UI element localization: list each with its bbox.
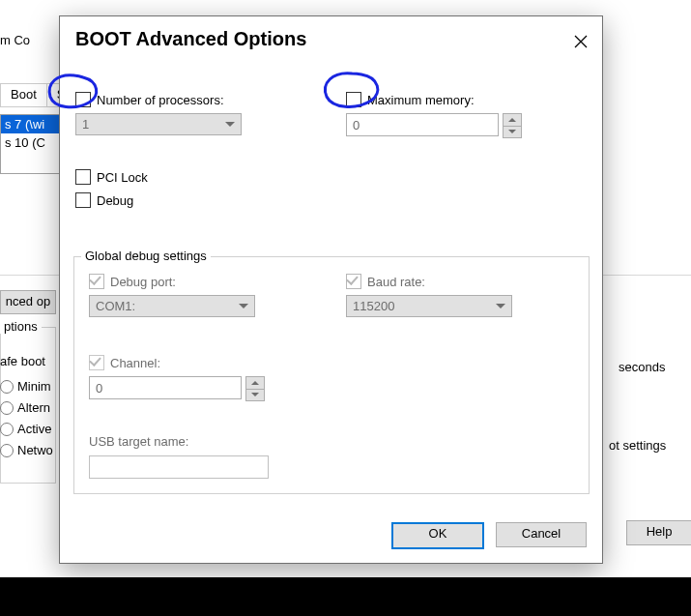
maximum-memory-spin[interactable]: 0 [346, 113, 499, 136]
spin-down-icon [246, 390, 264, 401]
number-of-processors-label: Number of processors: [97, 93, 224, 107]
background-window-title: m Co [0, 33, 30, 47]
permanent-settings-label-fragment: ot settings [609, 438, 666, 453]
safe-boot-checkbox-fragment[interactable]: afe boot [0, 354, 45, 368]
checkbox-icon [75, 169, 91, 185]
channel-value: 0 [96, 381, 102, 396]
maximum-memory-checkbox[interactable]: Maximum memory: [346, 92, 475, 107]
dialog-title: BOOT Advanced Options [75, 28, 306, 50]
radio-minimal-label: Minim [17, 379, 51, 394]
os-list-row[interactable]: s 10 (C [1, 133, 59, 152]
radio-network[interactable]: Netwo [0, 443, 53, 457]
number-of-processors-combo[interactable]: 1 [75, 113, 242, 135]
debug-port-combo: COM1: [89, 295, 255, 317]
close-button[interactable] [569, 30, 592, 53]
checkbox-checked-icon [346, 274, 361, 289]
baud-rate-combo: 115200 [346, 295, 512, 317]
channel-spin-buttons [245, 376, 265, 401]
ok-button[interactable]: OK [391, 522, 484, 549]
pci-lock-checkbox[interactable]: PCI Lock [75, 169, 148, 185]
debug-checkbox[interactable]: Debug [75, 192, 133, 208]
cancel-button[interactable]: Cancel [496, 522, 587, 547]
channel-spin: 0 [89, 376, 242, 399]
checkbox-checked-icon [89, 274, 104, 289]
radio-active-label: Active [17, 422, 51, 436]
background-os-list[interactable]: s 7 (\wi s 10 (C [0, 114, 60, 174]
chevron-down-icon [225, 122, 235, 127]
os-list-row-selected[interactable]: s 7 (\wi [1, 115, 59, 133]
debug-port-checkbox: Debug port: [89, 274, 176, 289]
checkbox-icon [75, 92, 91, 107]
number-of-processors-value: 1 [82, 117, 89, 132]
checkbox-icon [89, 355, 104, 370]
usb-target-name-label: USB target name: [89, 434, 188, 449]
chevron-down-icon [496, 304, 505, 308]
timeout-seconds-label: seconds [619, 360, 665, 374]
baud-rate-checkbox: Baud rate: [346, 274, 425, 289]
help-button[interactable]: Help [626, 520, 691, 545]
spin-down-icon[interactable] [504, 127, 521, 138]
spin-up-icon[interactable] [504, 114, 521, 127]
debug-port-label: Debug port: [110, 275, 176, 289]
usb-target-name-input [89, 455, 269, 479]
maximum-memory-label: Maximum memory: [367, 93, 475, 107]
debug-port-value: COM1: [96, 299, 135, 313]
baud-rate-value: 115200 [353, 299, 394, 313]
radio-altshell-label: Altern [17, 400, 50, 415]
maximum-memory-value: 0 [353, 118, 360, 132]
checkbox-icon [75, 192, 91, 208]
checkbox-icon [346, 92, 361, 107]
chevron-down-icon [239, 304, 248, 308]
maximum-memory-spin-buttons[interactable] [503, 113, 522, 138]
global-debug-group-title: Global debug settings [81, 249, 211, 263]
channel-checkbox: Channel: [89, 355, 160, 370]
debug-label: Debug [97, 193, 133, 208]
boot-advanced-options-dialog: BOOT Advanced Options Number of processo… [59, 15, 603, 564]
number-of-processors-checkbox[interactable]: Number of processors: [75, 92, 224, 107]
advanced-options-button-fragment[interactable]: nced op [0, 290, 56, 314]
close-icon [574, 35, 588, 48]
boot-options-group-title: ptions [0, 319, 42, 334]
tab-boot[interactable]: Boot [0, 83, 47, 106]
channel-label: Channel: [110, 356, 160, 370]
radio-network-label: Netwo [17, 443, 53, 457]
baud-rate-label: Baud rate: [367, 275, 425, 289]
spin-up-icon [246, 377, 264, 390]
radio-alternate-shell[interactable]: Altern [0, 400, 50, 415]
radio-minimal[interactable]: Minim [0, 379, 51, 394]
radio-active-directory[interactable]: Active [0, 422, 51, 436]
pci-lock-label: PCI Lock [97, 170, 148, 185]
